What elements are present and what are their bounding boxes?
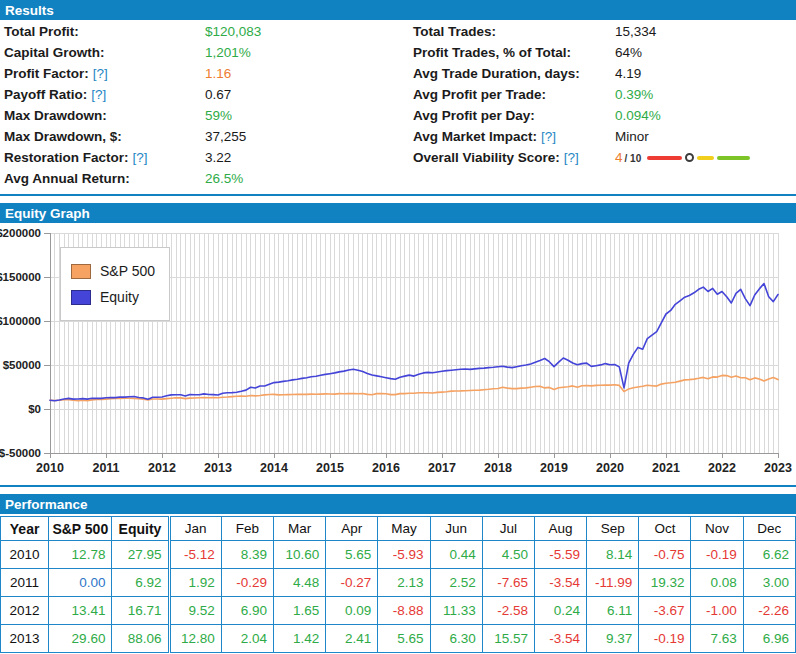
column-header: May — [378, 517, 430, 541]
value-cell: 5.65 — [326, 541, 378, 569]
value-cell: 13.41 — [49, 597, 112, 625]
legend-item: S&P 500 — [71, 259, 155, 283]
stat-value: 26.5% — [205, 168, 243, 189]
results-section: Results Total Profit:$120,083Capital Gro… — [0, 0, 796, 196]
stat-row: Max Drawdown, $:37,255 — [0, 126, 410, 147]
stat-label: Profit Factor: — [0, 66, 89, 81]
value-cell: -5.12 — [169, 541, 221, 569]
value-cell: -2.58 — [482, 597, 534, 625]
year-cell: 2011 — [1, 569, 49, 597]
stat-value: $120,083 — [205, 21, 261, 42]
value-cell: 27.95 — [112, 541, 169, 569]
value-cell: 5.65 — [378, 625, 430, 653]
stat-label: Avg Market Impact: — [410, 129, 537, 144]
legend-swatch-icon — [71, 290, 91, 305]
column-header: S&P 500 — [49, 517, 112, 541]
value-cell: 7.63 — [691, 625, 743, 653]
value-cell: 88.06 — [112, 625, 169, 653]
value-cell: -3.67 — [639, 597, 691, 625]
value-cell: 6.92 — [112, 569, 169, 597]
chart-legend: S&P 500Equity — [60, 247, 170, 321]
value-cell: 9.37 — [587, 625, 639, 653]
stat-row: Payoff Ratio:[?]0.67 — [0, 84, 410, 105]
column-header: Jun — [430, 517, 482, 541]
x-axis-tick-label: 2020 — [596, 461, 624, 475]
stat-value: 4.19 — [615, 63, 641, 84]
value-cell: 16.71 — [112, 597, 169, 625]
viability-gauge — [647, 147, 750, 168]
value-cell: 4.48 — [273, 569, 325, 597]
value-cell: 2.41 — [326, 625, 378, 653]
stat-value: 37,255 — [205, 126, 246, 147]
value-cell: 1.65 — [273, 597, 325, 625]
x-axis-tick-label: 2021 — [652, 461, 680, 475]
value-cell: 2.04 — [221, 625, 273, 653]
value-cell: -7.65 — [482, 569, 534, 597]
y-axis-tick-label: $0 — [28, 403, 41, 415]
value-cell: 4.50 — [482, 541, 534, 569]
x-axis-tick-label: 2012 — [148, 461, 176, 475]
stat-label: Total Trades: — [410, 24, 496, 39]
stat-row: Max Drawdown:59% — [0, 105, 410, 126]
value-cell: 11.33 — [430, 597, 482, 625]
value-cell: 0.09 — [326, 597, 378, 625]
value-cell: -0.75 — [639, 541, 691, 569]
value-cell: 3.00 — [743, 569, 795, 597]
value-cell: -0.27 — [326, 569, 378, 597]
value-cell: 1.42 — [273, 625, 325, 653]
help-icon[interactable]: [?] — [133, 150, 148, 165]
stat-row: Total Trades:15,334 — [410, 21, 796, 42]
performance-table: YearS&P 500EquityJanFebMarAprMayJunJulAu… — [0, 516, 796, 653]
results-grid: Total Profit:$120,083Capital Growth:1,20… — [0, 20, 796, 194]
table-row: 201012.7827.95-5.128.3910.605.65-5.930.4… — [1, 541, 796, 569]
legend-label: Equity — [100, 289, 139, 305]
gauge-segment — [697, 156, 714, 160]
column-header: Apr — [326, 517, 378, 541]
value-cell: 8.14 — [587, 541, 639, 569]
stat-label: Avg Annual Return: — [0, 171, 130, 186]
stat-label: Restoration Factor: — [0, 150, 129, 165]
stat-label: Capital Growth: — [0, 45, 105, 60]
value-cell: 6.96 — [743, 625, 795, 653]
legend-swatch-icon — [71, 264, 91, 279]
help-icon[interactable]: [?] — [541, 129, 556, 144]
value-cell: 9.52 — [169, 597, 221, 625]
x-axis-tick-label: 2018 — [484, 461, 512, 475]
value-cell: 0.08 — [691, 569, 743, 597]
stat-row: Capital Growth:1,201% — [0, 42, 410, 63]
value-cell: 8.39 — [221, 541, 273, 569]
value-cell: -5.93 — [378, 541, 430, 569]
stat-row: Total Profit:$120,083 — [0, 21, 410, 42]
value-cell: 15.57 — [482, 625, 534, 653]
stat-value: 0.39% — [615, 84, 653, 105]
column-header: Dec — [743, 517, 795, 541]
stat-value: 0.094% — [615, 105, 661, 126]
value-cell: 2.13 — [378, 569, 430, 597]
value-cell: 12.80 — [169, 625, 221, 653]
table-header-row: YearS&P 500EquityJanFebMarAprMayJunJulAu… — [1, 517, 796, 541]
y-axis-tick-label: $150000 — [0, 271, 41, 283]
value-cell: -3.54 — [534, 625, 586, 653]
help-icon[interactable]: [?] — [564, 150, 579, 165]
gauge-segment — [647, 156, 682, 160]
performance-section: Performance YearS&P 500EquityJanFebMarAp… — [0, 494, 796, 653]
gauge-segment — [717, 156, 750, 160]
help-icon[interactable]: [?] — [91, 87, 106, 102]
stat-label: Avg Profit per Day: — [410, 108, 535, 123]
help-icon[interactable]: [?] — [93, 66, 108, 81]
x-axis-tick-label: 2019 — [540, 461, 568, 475]
results-right-column: Total Trades:15,334Profit Trades, % of T… — [410, 21, 796, 189]
equity-graph-section: Equity Graph $200000$150000$100000$50000… — [0, 203, 796, 487]
stat-value: 1,201% — [205, 42, 251, 63]
value-cell: -11.99 — [587, 569, 639, 597]
legend-item: Equity — [71, 285, 155, 309]
stat-label: Payoff Ratio: — [0, 87, 87, 102]
stat-row: Avg Market Impact:[?]Minor — [410, 126, 796, 147]
x-axis-tick-label: 2016 — [372, 461, 400, 475]
value-cell: -8.88 — [378, 597, 430, 625]
stat-row: Restoration Factor:[?]3.22 — [0, 147, 410, 168]
year-cell: 2010 — [1, 541, 49, 569]
column-header: Year — [1, 517, 49, 541]
y-axis-tick-label: $100000 — [0, 315, 41, 327]
stat-row: Avg Trade Duration, days:4.19 — [410, 63, 796, 84]
